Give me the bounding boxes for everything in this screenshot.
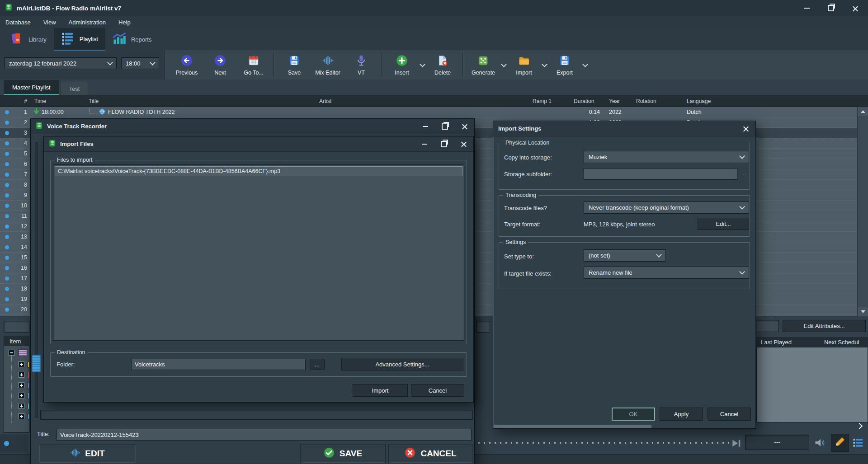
minimize-icon[interactable] (423, 126, 428, 127)
minimize-icon[interactable] (422, 144, 427, 145)
toolbar-button-save[interactable]: Save (278, 52, 311, 79)
import-button[interactable]: Import (353, 384, 408, 397)
vtr-save-button[interactable]: SAVE (300, 444, 386, 463)
expand-icon[interactable] (19, 382, 24, 388)
time-select[interactable]: 18:00 (121, 57, 159, 69)
collapse-icon[interactable] (9, 350, 14, 356)
close-icon[interactable] (852, 5, 858, 11)
copy-into-storage-select[interactable]: Muziek (584, 151, 749, 163)
ok-button[interactable]: OK (612, 408, 655, 421)
edit-attributes-button[interactable]: Edit Attributes... (783, 320, 866, 332)
expand-icon[interactable] (19, 372, 24, 378)
toolbar-button-insert[interactable]: Insert (385, 52, 419, 79)
tree-child-node[interactable] (4, 371, 29, 380)
playlist-view-icon[interactable] (852, 436, 864, 451)
toolbar-button-previous[interactable]: Previous (170, 52, 203, 79)
chevron-down-icon[interactable] (541, 52, 548, 79)
header-duration[interactable]: Duration (571, 98, 604, 104)
scroll-down-icon[interactable] (858, 307, 868, 316)
apply-button[interactable]: Apply (660, 408, 703, 421)
ribbon-tab-playlist[interactable]: Playlist (54, 28, 105, 51)
date-select[interactable]: zaterdag 12 februari 2022 (5, 57, 117, 69)
tree-child-node[interactable] (4, 361, 29, 370)
ribbon-tab-reports[interactable]: Reports (105, 28, 159, 51)
chevron-down-icon[interactable] (419, 52, 426, 79)
vtr-cancel-button[interactable]: CANCEL (388, 444, 473, 463)
tree-root-node[interactable] (4, 349, 29, 358)
tree-child-node[interactable] (4, 381, 29, 390)
folder-browse-button[interactable]: ... (310, 359, 325, 370)
storage-subfolder-input[interactable] (584, 168, 737, 180)
maximize-icon[interactable] (442, 123, 448, 130)
menu-view[interactable]: View (43, 19, 56, 26)
subfolder-browse-button[interactable]: ... (741, 170, 746, 177)
maximize-icon[interactable] (441, 141, 447, 147)
history-header-next-scheduled[interactable]: Next Schedul (792, 339, 859, 346)
vtr-title-input[interactable] (57, 429, 472, 441)
set-type-select[interactable]: (not set) (584, 249, 666, 262)
close-icon[interactable] (462, 123, 467, 129)
cancel-button[interactable]: Cancel (411, 384, 464, 397)
folder-input[interactable] (131, 359, 306, 370)
toolbar-button-import[interactable]: Import (507, 52, 541, 79)
header-rotation[interactable]: Rotation (630, 98, 679, 104)
row-number: 2 (14, 119, 31, 126)
menu-database[interactable]: Database (5, 19, 31, 26)
playlist-tab-test[interactable]: Test (61, 82, 89, 95)
close-icon[interactable] (461, 141, 467, 147)
tree-child-node[interactable] (4, 412, 29, 422)
ribbon-tab-library[interactable]: Library (3, 28, 54, 51)
expand-icon[interactable] (19, 393, 24, 398)
minimize-icon[interactable] (804, 8, 810, 9)
tree-child-node[interactable] (4, 392, 29, 401)
transcode-files-select[interactable]: Never transcode (keep original format) (584, 202, 749, 214)
playlist-vertical-scrollbar[interactable] (857, 107, 868, 316)
playlist-tab-master-playlist[interactable]: Master Playlist (4, 80, 59, 95)
toolbar-button-vt[interactable]: VT (344, 52, 378, 79)
expand-icon[interactable] (19, 413, 24, 419)
toolbar-button-export[interactable]: Export (548, 52, 581, 79)
tree-child-node[interactable] (4, 402, 29, 411)
toolbar-button-mix-editor[interactable]: Mix Editor (311, 52, 344, 79)
speaker-icon[interactable] (814, 436, 826, 451)
playlist-row[interactable]: 118:00:00FLOW RADIO TOTH 20220:142022Dut… (0, 107, 868, 117)
skip-to-end-icon[interactable] (731, 437, 742, 451)
header-time[interactable]: Time (31, 98, 84, 104)
header-year[interactable]: Year (604, 98, 630, 104)
vtr-edit-button[interactable]: EDIT (39, 444, 136, 463)
if-target-exists-select[interactable]: Rename new file (584, 267, 749, 279)
header-number[interactable]: # (14, 98, 31, 104)
toolbar-button-generate[interactable]: Generate (467, 52, 500, 79)
edit-pencil-button[interactable] (831, 434, 849, 452)
file-list[interactable]: C:\Mairlist voicetracks\VoiceTrack-{73BB… (53, 164, 464, 341)
restore-icon[interactable] (828, 5, 834, 11)
menu-help[interactable]: Help (118, 19, 131, 26)
expand-icon[interactable] (19, 361, 24, 367)
target-format-edit-button[interactable]: Edit... (698, 218, 749, 230)
tick-mark (663, 442, 664, 444)
toolbar-button-next[interactable]: Next (203, 52, 237, 79)
header-title[interactable]: Title (84, 98, 312, 104)
header-language[interactable]: Language (679, 98, 756, 104)
dialog-hscrollbar-thumb[interactable] (494, 425, 651, 428)
fader-handle[interactable] (32, 355, 41, 372)
item-tree[interactable] (4, 346, 29, 432)
close-icon[interactable] (743, 126, 749, 131)
chevron-down-icon[interactable] (581, 52, 589, 79)
expand-right-icon[interactable] (857, 422, 862, 430)
floppy-disk-icon (288, 55, 300, 68)
file-list-item[interactable]: C:\Mairlist voicetracks\VoiceTrack-{73BB… (55, 166, 462, 176)
header-ramp1[interactable]: Ramp 1 (529, 98, 571, 104)
tick-mark (598, 442, 599, 444)
history-header-last-played[interactable]: Last Played (755, 339, 792, 346)
scroll-up-icon[interactable] (858, 107, 868, 116)
fader-track[interactable] (35, 142, 38, 418)
menu-administration[interactable]: Administration (69, 19, 106, 26)
toolbar-button-go-to[interactable]: Go To... (237, 52, 270, 79)
toolbar-button-delete[interactable]: Delete (426, 52, 459, 79)
advanced-settings-button[interactable]: Advanced Settings... (341, 358, 463, 370)
chevron-down-icon[interactable] (500, 52, 507, 79)
header-artist[interactable]: Artist (312, 98, 529, 104)
expand-icon[interactable] (19, 403, 24, 409)
cancel-button[interactable]: Cancel (708, 408, 751, 421)
